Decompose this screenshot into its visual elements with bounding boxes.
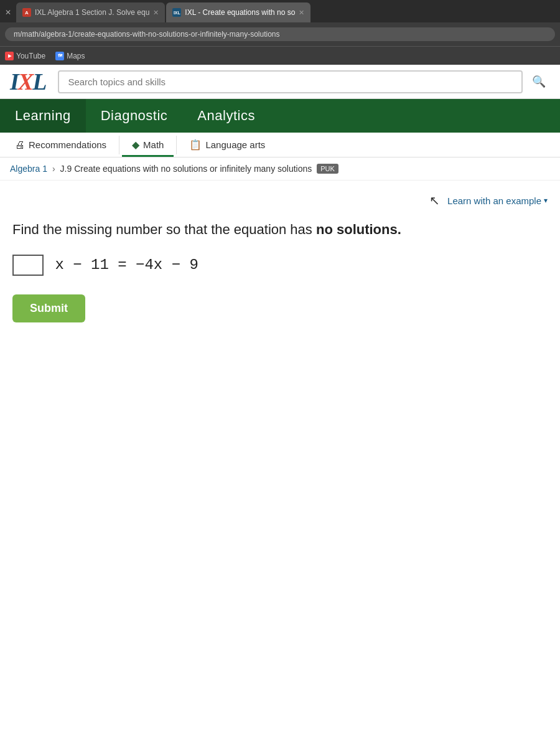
nav-analytics[interactable]: Analytics <box>182 99 270 133</box>
tab2-label: IXL - Create equations with no so <box>185 8 295 17</box>
address-bar[interactable]: m/math/algebra-1/create-equations-with-n… <box>5 27 555 41</box>
search-bar-container: 🔍 <box>58 70 550 93</box>
bookmarks-bar: ▶ YouTube 🗺 Maps <box>0 46 560 65</box>
bookmark-maps-label: Maps <box>67 52 85 60</box>
recommendations-icon: 🖨 <box>15 139 25 151</box>
tab-close-left[interactable]: ✕ <box>0 2 16 22</box>
ixl-logo-text: IXL <box>10 70 45 93</box>
ixl-page: IXL 🔍 Learning Diagnostic Analytics 🖨 Re… <box>0 65 560 747</box>
bookmark-maps[interactable]: 🗺 Maps <box>55 52 85 60</box>
nav-diagnostic[interactable]: Diagnostic <box>86 99 183 133</box>
bookmark-youtube-label: YouTube <box>16 52 45 60</box>
learn-example-row: ↖ Learn with an example ▾ <box>12 193 548 208</box>
subnav-divider-1 <box>119 136 119 154</box>
search-button[interactable]: 🔍 <box>528 70 550 93</box>
answer-input[interactable] <box>12 255 44 276</box>
maps-icon: 🗺 <box>55 52 64 60</box>
tab-2[interactable]: IXL IXL - Create equations with no so ✕ <box>166 2 310 22</box>
ixl-header: IXL 🔍 <box>0 65 560 99</box>
tab2-close[interactable]: ✕ <box>299 9 304 17</box>
breadcrumb-arrow: › <box>52 164 55 174</box>
browser-chrome: ✕ A IXL Algebra 1 Section J. Solve equ ✕… <box>0 0 560 65</box>
ixl-subnav: 🖨 Recommendations ◆ Math 📋 Language arts <box>0 133 560 157</box>
chevron-down-icon: ▾ <box>544 196 548 205</box>
tab1-close[interactable]: ✕ <box>153 9 159 17</box>
language-arts-icon: 📋 <box>189 139 202 151</box>
nav-learning[interactable]: Learning <box>0 99 86 133</box>
main-content: ↖ Learn with an example ▾ Find the missi… <box>0 181 560 679</box>
equation-row: x − 11 = −4x − 9 <box>12 255 548 276</box>
equation-text: x − 11 = −4x − 9 <box>46 256 198 273</box>
search-input[interactable] <box>58 70 523 93</box>
subnav-recommendations[interactable]: 🖨 Recommendations <box>5 133 116 157</box>
tab-1[interactable]: A IXL Algebra 1 Section J. Solve equ ✕ <box>16 2 165 22</box>
subnav-math[interactable]: ◆ Math <box>122 133 174 157</box>
tab2-favicon: IXL <box>172 8 181 17</box>
tab1-favicon: A <box>22 8 31 17</box>
problem-text: Find the missing number so that the equa… <box>12 220 548 240</box>
tab1-label: IXL Algebra 1 Section J. Solve equ <box>35 8 149 17</box>
breadcrumb-badge: PUK <box>317 164 338 174</box>
ixl-logo[interactable]: IXL <box>10 70 45 93</box>
cursor-icon: ↖ <box>429 193 440 208</box>
address-text: m/math/algebra-1/create-equations-with-n… <box>14 30 280 39</box>
breadcrumb-current: J.9 Create equations with no solutions o… <box>60 164 312 174</box>
address-bar-row: m/math/algebra-1/create-equations-with-n… <box>0 22 560 46</box>
subnav-language-arts[interactable]: 📋 Language arts <box>179 133 275 157</box>
math-icon: ◆ <box>132 139 139 151</box>
youtube-icon: ▶ <box>5 52 14 60</box>
breadcrumb-parent[interactable]: Algebra 1 <box>10 164 47 174</box>
ixl-nav: Learning Diagnostic Analytics <box>0 99 560 133</box>
tab-bar: ✕ A IXL Algebra 1 Section J. Solve equ ✕… <box>0 0 560 22</box>
learn-example-button[interactable]: Learn with an example ▾ <box>447 195 548 206</box>
subnav-divider-2 <box>176 136 177 154</box>
bookmark-youtube[interactable]: ▶ YouTube <box>5 52 45 60</box>
submit-button[interactable]: Submit <box>12 294 85 322</box>
breadcrumb: Algebra 1 › J.9 Create equations with no… <box>0 157 560 181</box>
